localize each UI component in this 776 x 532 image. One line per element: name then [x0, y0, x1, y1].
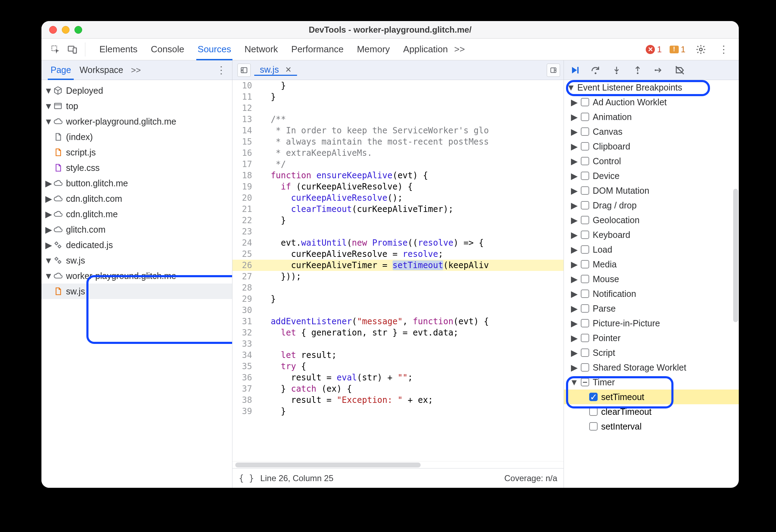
code-line[interactable]: 24 evt.waitUntil(new Promise((resolve) =… — [232, 237, 564, 248]
warnings-indicator[interactable]: ! 1 — [670, 45, 685, 54]
tree-top[interactable]: ▼top — [41, 98, 232, 114]
checkbox-mixed[interactable] — [581, 378, 589, 386]
breakpoint-category-timer[interactable]: ▼ Timer — [564, 375, 739, 390]
checkbox[interactable] — [581, 304, 589, 313]
code-line[interactable]: 12 — [232, 102, 564, 114]
breakpoint-category[interactable]: ▶Device — [564, 168, 739, 183]
code-line[interactable]: 13 /** — [232, 114, 564, 125]
code-line[interactable]: 36 result = eval(str) + ""; — [232, 372, 564, 383]
breakpoint-item[interactable]: clearTimeout — [564, 404, 739, 419]
line-number[interactable]: 24 — [232, 237, 257, 248]
checkbox[interactable]: ✓ — [589, 393, 598, 401]
editor-horizontal-scrollbar[interactable] — [232, 461, 564, 468]
breakpoint-category[interactable]: ▶Clipboard — [564, 139, 739, 154]
breakpoint-category[interactable]: ▶Mouse — [564, 272, 739, 286]
step-out-button[interactable] — [631, 64, 644, 77]
step-into-button[interactable] — [610, 64, 623, 77]
errors-indicator[interactable]: ✕ 1 — [646, 45, 662, 54]
navigator-tab-page[interactable]: Page — [46, 60, 75, 80]
pretty-print-button[interactable]: { } — [239, 473, 257, 483]
breakpoint-category[interactable]: ▶Drag / drop — [564, 198, 739, 213]
line-number[interactable]: 28 — [232, 282, 257, 293]
tree-file-index[interactable]: (index) — [41, 129, 232, 145]
main-tab-memory[interactable]: Memory — [357, 39, 390, 60]
code-line[interactable]: 37 } catch (ex) { — [232, 383, 564, 394]
close-file-tab-button[interactable]: ✕ — [282, 65, 294, 74]
breakpoint-category[interactable]: ▶Pointer — [564, 331, 739, 345]
checkbox[interactable] — [581, 319, 589, 327]
checkbox[interactable] — [581, 275, 589, 283]
checkbox[interactable] — [581, 260, 589, 268]
line-number[interactable]: 15 — [232, 136, 257, 147]
breakpoint-category[interactable]: ▶Load — [564, 242, 739, 257]
breakpoint-category[interactable]: ▶Media — [564, 257, 739, 272]
checkbox[interactable] — [581, 186, 589, 195]
checkbox[interactable] — [581, 363, 589, 372]
line-number[interactable]: 30 — [232, 305, 257, 316]
line-number[interactable]: 20 — [232, 192, 257, 204]
tree-origin[interactable]: ▶button.glitch.me — [41, 175, 232, 191]
checkbox[interactable] — [581, 348, 589, 357]
line-number[interactable]: 13 — [232, 114, 257, 125]
line-number[interactable]: 10 — [232, 80, 257, 91]
checkbox[interactable] — [581, 157, 589, 165]
line-number[interactable]: 23 — [232, 226, 257, 237]
line-number[interactable]: 25 — [232, 248, 257, 260]
tree-origin[interactable]: ▼worker-playground.glitch.me — [41, 268, 232, 284]
deactivate-breakpoints-button[interactable] — [673, 64, 686, 77]
code-line[interactable]: 28 — [232, 282, 564, 293]
line-number[interactable]: 35 — [232, 361, 257, 372]
breakpoint-category[interactable]: ▶Animation — [564, 109, 739, 124]
line-number[interactable]: 33 — [232, 338, 257, 350]
line-number[interactable]: 17 — [232, 159, 257, 170]
breakpoint-category[interactable]: ▶Keyboard — [564, 227, 739, 242]
code-line[interactable]: 33 — [232, 338, 564, 350]
checkbox[interactable] — [581, 290, 589, 298]
breakpoint-item[interactable]: setInterval — [564, 419, 739, 434]
code-line[interactable]: 29 } — [232, 293, 564, 305]
breakpoint-category[interactable]: ▶Canvas — [564, 124, 739, 139]
code-line[interactable]: 19 if (curKeepAliveResolve) { — [232, 181, 564, 192]
line-number[interactable]: 11 — [232, 91, 257, 102]
line-number[interactable]: 26 — [232, 260, 257, 271]
checkbox[interactable] — [581, 172, 589, 180]
breakpoint-category[interactable]: ▶Notification — [564, 286, 739, 301]
tree-origin[interactable]: ▶glitch.com — [41, 222, 232, 237]
toggle-navigator-button[interactable] — [237, 64, 251, 77]
tree-file-swjs[interactable]: sw.js — [41, 284, 232, 299]
line-number[interactable]: 16 — [232, 147, 257, 159]
tree-worker-sw[interactable]: ▼sw.js — [41, 253, 232, 268]
close-window-button[interactable] — [49, 26, 57, 34]
source-editor[interactable]: 10 }11 }1213 /**14 * In order to keep th… — [232, 80, 564, 461]
line-number[interactable]: 31 — [232, 316, 257, 327]
tree-origin[interactable]: ▼worker-playground.glitch.me — [41, 114, 232, 129]
checkbox[interactable] — [581, 98, 589, 106]
checkbox[interactable] — [589, 407, 598, 416]
breakpoint-item[interactable]: ✓setTimeout — [564, 390, 739, 404]
checkbox[interactable] — [581, 334, 589, 342]
event-listener-breakpoints-header[interactable]: ▼ Event Listener Breakpoints — [564, 80, 739, 95]
sidebar-scrollbar[interactable] — [733, 189, 738, 322]
settings-button[interactable] — [693, 42, 709, 57]
main-tab-performance[interactable]: Performance — [291, 39, 344, 60]
line-number[interactable]: 39 — [232, 406, 257, 417]
code-line[interactable]: 31 addEventListener("message", function(… — [232, 316, 564, 327]
navigator-tab-workspace[interactable]: Workspace — [75, 60, 127, 80]
main-tab-application[interactable]: Application — [403, 39, 448, 60]
code-line[interactable]: 21 clearTimeout(curKeepAliveTimer); — [232, 204, 564, 215]
line-number[interactable]: 34 — [232, 350, 257, 361]
main-tab-console[interactable]: Console — [151, 39, 184, 60]
code-line[interactable]: 11 } — [232, 91, 564, 102]
line-number[interactable]: 37 — [232, 383, 257, 394]
breakpoint-category[interactable]: ▶Picture-in-Picture — [564, 316, 739, 331]
main-tab-sources[interactable]: Sources — [198, 39, 231, 60]
resume-button[interactable] — [568, 64, 581, 77]
code-line[interactable]: 18 function ensureKeepAlive(evt) { — [232, 170, 564, 181]
breakpoint-category[interactable]: ▶Ad Auction Worklet — [564, 95, 739, 109]
tree-file-stylecss[interactable]: style.css — [41, 160, 232, 175]
checkbox[interactable] — [581, 201, 589, 210]
code-line[interactable]: 17 */ — [232, 159, 564, 170]
line-number[interactable]: 32 — [232, 327, 257, 338]
code-line[interactable]: 32 let { generation, str } = evt.data; — [232, 327, 564, 338]
tree-origin[interactable]: ▶cdn.glitch.com — [41, 191, 232, 206]
